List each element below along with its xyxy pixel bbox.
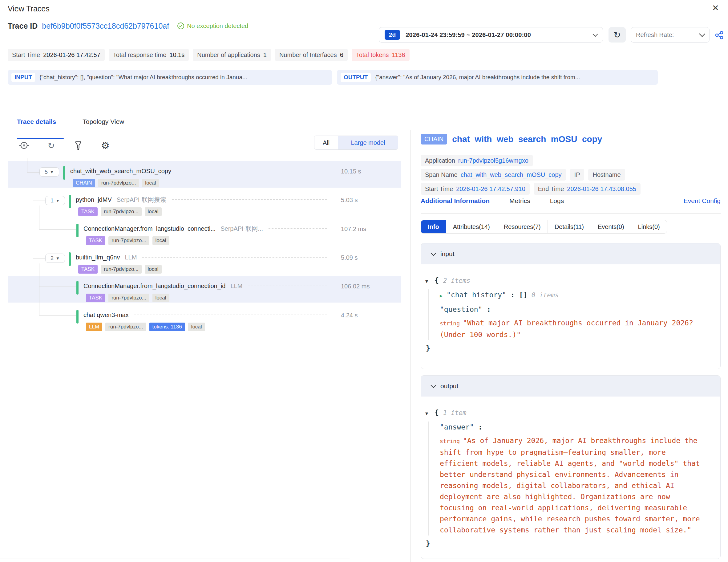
- filter-all-button[interactable]: All: [314, 136, 338, 149]
- tree-connector: [27, 158, 27, 172]
- collapse-chevron-icon: [431, 250, 436, 256]
- collapse-icon[interactable]: ▼: [425, 408, 432, 419]
- tab-logs[interactable]: Logs: [550, 197, 564, 204]
- time-range-picker[interactable]: 2d 2026-01-24 23:59:59 ~ 2026-01-27 00:0…: [379, 27, 603, 42]
- application-label: Application: [425, 157, 455, 164]
- hostname-pill: Hostname: [588, 169, 625, 180]
- meta-pill: Number of applications1: [193, 49, 271, 61]
- span-badge-task: TASK: [86, 236, 105, 245]
- json-key: "chat_history": [447, 291, 506, 299]
- filter-icon[interactable]: [72, 139, 84, 152]
- json-brace: {: [435, 409, 443, 417]
- tab-topology-view[interactable]: Topology View: [83, 118, 124, 125]
- reload-icon[interactable]: ↻: [45, 139, 57, 152]
- trace-meta-pills: Start Time2026-01-26 17:42:57Total respo…: [8, 49, 410, 61]
- subtab-attributes[interactable]: Attributes(14): [446, 220, 497, 233]
- json-line[interactable]: ▶"chat_history" : [] 0 items: [440, 289, 705, 301]
- input-card-header[interactable]: input: [421, 243, 720, 264]
- json-line: "answer" :: [440, 422, 705, 433]
- refresh-button[interactable]: ↻: [609, 27, 626, 42]
- time-range-text: 2026-01-24 23:59:59 ~ 2026-01-27 00:00:0…: [406, 31, 531, 38]
- refresh-rate-label: Refresh Rate:: [636, 31, 674, 38]
- page-title: View Traces: [8, 4, 50, 13]
- collapse-icon[interactable]: ▼: [425, 276, 432, 287]
- trace-span-row[interactable]: builtin_llm_q6nvLLMTASKrun-7pdvlpzo...lo…: [8, 247, 401, 274]
- meta-pill-value: 2026-01-26 17:42:57: [43, 51, 100, 59]
- input-card-title: input: [440, 250, 455, 257]
- span-name: chat qwen3-max: [83, 312, 129, 319]
- json-line: "question" :: [440, 304, 705, 315]
- close-icon[interactable]: ✕: [712, 3, 719, 13]
- span-badge-tag: local: [188, 323, 205, 331]
- span-badge-task: TASK: [78, 265, 98, 273]
- check-circle-icon: [177, 22, 184, 30]
- output-card-header[interactable]: output: [421, 376, 720, 397]
- span-type-badge: CHAIN: [421, 134, 447, 144]
- subtab-details[interactable]: Details(11): [548, 220, 591, 233]
- meta-pill: Total tokens1136: [352, 49, 410, 61]
- span-collapse-toggle[interactable]: 2▼: [45, 253, 65, 263]
- subtab-resources[interactable]: Resources(7): [497, 220, 548, 233]
- trace-span-row[interactable]: python_jdMVSerpAPI-联网搜索TASKrun-7pdvlpzo.…: [8, 190, 401, 216]
- tab-trace-details[interactable]: Trace details: [17, 118, 56, 125]
- tree-connector: [33, 258, 45, 259]
- expand-icon[interactable]: ▶: [440, 290, 447, 301]
- span-badge-tokens: tokens: 1136: [149, 323, 185, 331]
- trace-span-row[interactable]: chat qwen3-maxLLMrun-7pdvlpzo...tokens: …: [8, 305, 401, 332]
- event-config-link[interactable]: Event Config: [684, 197, 721, 204]
- tab-additional-information[interactable]: Additional Information: [421, 197, 490, 204]
- span-collapse-toggle[interactable]: 5▼: [39, 167, 59, 176]
- filter-large-model-button[interactable]: Large model: [338, 136, 398, 149]
- input-preview[interactable]: INPUT {"chat_history": [], "question": "…: [8, 70, 332, 85]
- span-badge-tag: local: [145, 265, 162, 273]
- json-line[interactable]: ▼{ 1 item: [424, 407, 714, 419]
- tree-connector: [39, 205, 39, 229]
- json-type: string: [440, 320, 460, 327]
- panel-divider[interactable]: [411, 130, 411, 562]
- json-type: string: [440, 438, 460, 444]
- span-badge-tag: run-7pdvlpzo...: [108, 236, 149, 245]
- time-preset-badge[interactable]: 2d: [385, 30, 400, 40]
- chevron-down-icon: [593, 31, 598, 37]
- share-icon[interactable]: [714, 30, 724, 40]
- trace-span-row[interactable]: chat_with_web_search_mOSU_copyCHAINrun-7…: [8, 161, 401, 188]
- trace-span-row[interactable]: ConnectionManager.from_langstudio_connec…: [8, 276, 401, 303]
- json-str: "As of January 2026, major AI breakthrou…: [440, 437, 700, 534]
- meta-pill: Number of Interfaces6: [275, 49, 348, 61]
- meta-pill: Start Time2026-01-26 17:42:57: [8, 49, 105, 61]
- meta-pill-value: 6: [340, 51, 343, 59]
- span-badge-tag: local: [145, 207, 162, 216]
- trace-span-row[interactable]: ConnectionManager.from_langstudio_connec…: [8, 219, 401, 245]
- end-time-label: End Time: [538, 185, 564, 192]
- meta-pill-value: 1: [263, 51, 267, 59]
- span-badge-tag: local: [152, 236, 169, 245]
- application-value[interactable]: run-7pdvlpzol5g16wmgxo: [458, 157, 528, 164]
- span-name-value[interactable]: chat_with_web_search_mOSU_copy: [461, 171, 562, 178]
- span-filter-segment: All Large model: [314, 135, 398, 150]
- json-line: string"As of January 2026, major AI brea…: [440, 435, 705, 536]
- horizontal-scrollbar[interactable]: [0, 559, 350, 559]
- span-name: ConnectionManager.from_langstudio_connec…: [83, 283, 225, 290]
- tab-metrics[interactable]: Metrics: [509, 197, 530, 204]
- input-preview-text: {"chat_history": [], "question": "What m…: [39, 74, 247, 81]
- span-badge-chain: CHAIN: [73, 179, 95, 187]
- meta-pill-label: Total response time: [113, 51, 166, 59]
- output-preview[interactable]: OUTPUT {"answer": "As of January 2026, m…: [337, 70, 658, 85]
- json-line[interactable]: ▼{ 2 items: [424, 275, 714, 287]
- subtab-info[interactable]: Info: [421, 220, 446, 233]
- json-line: }: [424, 343, 714, 354]
- application-pill[interactable]: Application run-7pdvlpzol5g16wmgxo: [421, 155, 533, 166]
- span-name: chat_with_web_search_mOSU_copy: [70, 168, 171, 175]
- gear-icon[interactable]: ⚙: [99, 139, 111, 152]
- subtab-links[interactable]: Links(0): [631, 220, 667, 233]
- ip-pill: IP: [570, 169, 584, 180]
- span-collapse-toggle[interactable]: 1▼: [45, 196, 65, 205]
- locate-icon[interactable]: [18, 139, 30, 152]
- output-chip: OUTPUT: [341, 73, 371, 82]
- span-dash-line: [269, 228, 327, 229]
- meta-pill-value: 1136: [392, 51, 405, 59]
- subtab-events[interactable]: Events(0): [591, 220, 631, 233]
- refresh-rate-select[interactable]: Refresh Rate:: [631, 27, 710, 42]
- span-status-bar: [69, 252, 71, 266]
- collapse-chevron-icon: [431, 382, 436, 388]
